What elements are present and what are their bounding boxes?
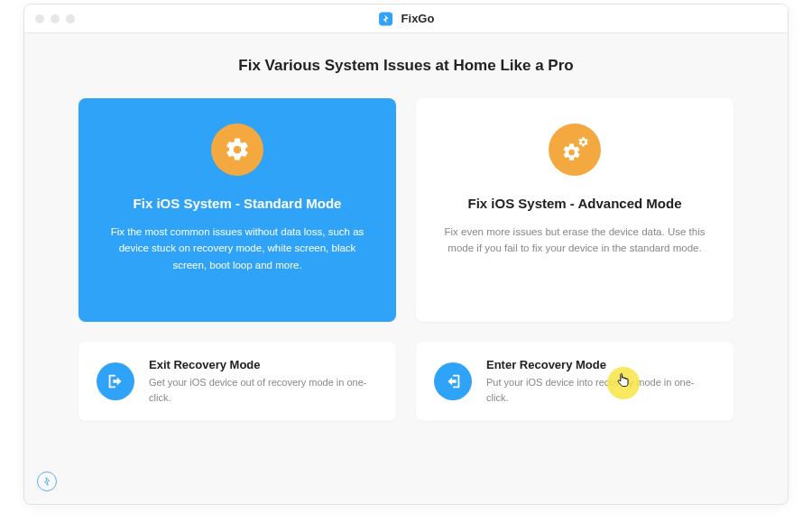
gear-icon (211, 124, 263, 176)
enter-recovery-card[interactable]: Enter Recovery Mode Put your iOS device … (416, 342, 734, 421)
mode-cards-grid: Fix iOS System - Standard Mode Fix the m… (78, 98, 734, 322)
exit-recovery-text: Exit Recovery Mode Get your iOS device o… (149, 358, 378, 405)
page-title: Fix Various System Issues at Home Like a… (78, 57, 734, 75)
standard-mode-title: Fix iOS System - Standard Mode (134, 196, 342, 211)
app-logo-icon (378, 11, 394, 27)
exit-recovery-desc: Get your iOS device out of recovery mode… (149, 375, 378, 405)
enter-recovery-desc: Put your iOS device into recovery mode i… (486, 375, 715, 405)
exit-icon (97, 362, 134, 400)
standard-mode-desc: Fix the most common issues without data … (102, 224, 373, 273)
main-content: Fix Various System Issues at Home Like a… (24, 33, 788, 421)
titlebar-title: FixGo (378, 11, 435, 27)
standard-mode-card[interactable]: Fix iOS System - Standard Mode Fix the m… (78, 98, 396, 322)
help-button[interactable] (37, 471, 57, 491)
enter-recovery-text: Enter Recovery Mode Put your iOS device … (486, 358, 715, 405)
app-window: FixGo Fix Various System Issues at Home … (23, 4, 789, 505)
enter-recovery-title: Enter Recovery Mode (486, 358, 715, 371)
minimize-window-button[interactable] (51, 14, 60, 23)
titlebar: FixGo (24, 5, 788, 33)
enter-icon (434, 362, 472, 400)
exit-recovery-title: Exit Recovery Mode (149, 358, 378, 371)
advanced-mode-desc: Fix even more issues but erase the devic… (439, 224, 710, 257)
advanced-mode-card[interactable]: Fix iOS System - Advanced Mode Fix even … (416, 98, 734, 322)
advanced-mode-title: Fix iOS System - Advanced Mode (467, 196, 681, 211)
close-window-button[interactable] (35, 14, 44, 23)
exit-recovery-card[interactable]: Exit Recovery Mode Get your iOS device o… (78, 342, 396, 421)
app-name: FixGo (401, 12, 435, 25)
maximize-window-button[interactable] (66, 14, 75, 23)
action-cards-row: Exit Recovery Mode Get your iOS device o… (78, 342, 734, 421)
window-controls (35, 14, 75, 23)
gears-icon (549, 124, 601, 176)
